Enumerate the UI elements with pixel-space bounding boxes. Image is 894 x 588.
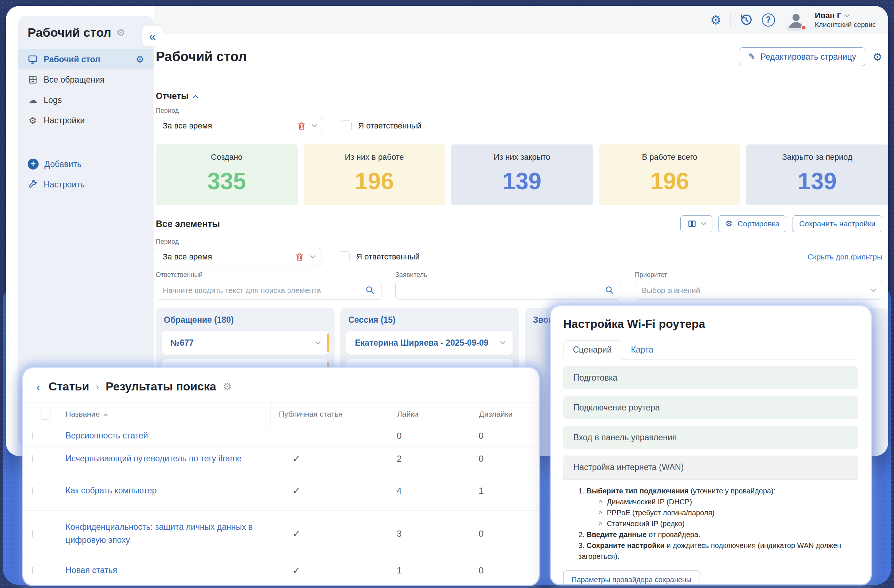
accordion-router-connection[interactable]: Подключение роутера bbox=[563, 396, 858, 419]
sidebar-menu: Рабочий стол ⚙ Все обращения ☁ Logs ⚙ На… bbox=[18, 49, 154, 131]
period-label: Период bbox=[156, 107, 888, 115]
row-checkbox[interactable] bbox=[32, 487, 33, 494]
step-number: 2. bbox=[578, 531, 584, 538]
priority-filter-select[interactable]: Выбор значений bbox=[635, 281, 882, 300]
responsible-checkbox-label: Я ответственный bbox=[358, 121, 421, 131]
user-avatar[interactable] bbox=[786, 10, 806, 30]
tab-map[interactable]: Карта bbox=[621, 341, 663, 359]
add-button[interactable]: + Добавить bbox=[18, 154, 154, 174]
edit-page-button[interactable]: ✎ Редактировать страницу bbox=[739, 47, 865, 66]
wan-step: 1. Выберите тип подключения (уточните у … bbox=[578, 485, 855, 496]
period-select-2[interactable]: За все время bbox=[156, 248, 322, 266]
article-link[interactable]: Как собрать компьютер bbox=[57, 481, 270, 501]
public-check: ✓ bbox=[270, 453, 389, 464]
chevron-down-icon bbox=[316, 339, 321, 344]
column-header-likes[interactable]: Лайки bbox=[389, 403, 471, 426]
wan-step: 3. Сохраните настройки и дождитесь подкл… bbox=[578, 540, 855, 562]
wifi-tabs: Сценарий Карта bbox=[563, 340, 858, 359]
column-header-title[interactable]: Название bbox=[57, 403, 270, 426]
sidebar-item-label: Logs bbox=[44, 95, 62, 105]
kanban-column-title: Сессия (15) bbox=[348, 315, 513, 325]
trash-icon[interactable] bbox=[295, 252, 304, 262]
breadcrumb-current: Результаты поиска bbox=[106, 380, 216, 394]
provider-saved-button[interactable]: Параметры провайдера сохранены bbox=[563, 570, 700, 584]
row-checkbox[interactable] bbox=[32, 432, 33, 439]
accordion-wan-expanded: Настройка интернета (WAN) 1. Выберите ти… bbox=[563, 455, 858, 562]
user-role: Клиентский сервис bbox=[815, 21, 876, 29]
accordion-wan-header[interactable]: Настройка интернета (WAN) bbox=[563, 455, 858, 479]
period-select[interactable]: За все время bbox=[156, 117, 323, 135]
stat-value: 335 bbox=[207, 168, 246, 194]
responsible-checkbox[interactable] bbox=[341, 121, 352, 131]
sidebar-item-desktop[interactable]: Рабочий стол ⚙ bbox=[18, 49, 154, 69]
articles-gear-icon[interactable]: ⚙ bbox=[223, 381, 232, 393]
kanban-card[interactable]: №677 bbox=[162, 331, 329, 355]
stats-row: Создано 335 Из них в работе 196 Из них з… bbox=[156, 145, 888, 205]
period-value-2: За все время bbox=[163, 252, 212, 262]
priority-filter: Приоритет Выбор значений bbox=[635, 271, 882, 300]
wifi-article-title: Настройка Wi-Fi роутера bbox=[563, 317, 858, 331]
sidebar-title-gear-icon[interactable]: ⚙ bbox=[116, 27, 125, 39]
trash-icon[interactable] bbox=[297, 121, 306, 131]
chevron-down-icon bbox=[310, 253, 315, 258]
breadcrumb-separator-icon: › bbox=[96, 381, 99, 393]
stat-card-in-progress: Из них в работе 196 bbox=[304, 145, 445, 205]
chevron-up-icon bbox=[193, 95, 198, 100]
sidebar-item-logs[interactable]: ☁ Logs bbox=[18, 90, 154, 110]
responsible-filter: Ответственный bbox=[156, 271, 382, 300]
select-all-checkbox[interactable] bbox=[40, 409, 51, 419]
article-link[interactable]: Конфиденциальность: защита личных данных… bbox=[57, 517, 270, 550]
article-link[interactable]: Новая статья bbox=[57, 560, 270, 581]
configure-label: Настроить bbox=[44, 180, 85, 190]
settings-gear-icon[interactable]: ⚙ bbox=[710, 14, 721, 26]
history-icon[interactable] bbox=[739, 13, 753, 27]
kanban-card-label: Екатерина Ширяева - 2025-09-09 bbox=[355, 338, 488, 348]
row-checkbox[interactable] bbox=[32, 530, 33, 537]
dislikes-value: 0 bbox=[471, 454, 539, 464]
responsible-checkbox-2[interactable] bbox=[339, 252, 350, 262]
help-icon[interactable]: ? bbox=[762, 14, 775, 27]
row-checkbox[interactable] bbox=[32, 455, 33, 462]
user-block[interactable]: Иван Г Клиентский сервис bbox=[815, 11, 876, 29]
save-settings-button[interactable]: Сохранить настройки bbox=[792, 216, 882, 232]
chevron-down-icon bbox=[500, 339, 505, 344]
view-mode-button[interactable] bbox=[680, 216, 712, 232]
article-link[interactable]: Версионность статей bbox=[57, 426, 270, 446]
table-row: Новая статья ✓ 1 0 bbox=[23, 557, 539, 584]
page-gear-icon[interactable]: ⚙ bbox=[873, 51, 882, 63]
back-chevron-icon[interactable]: ‹ bbox=[36, 381, 41, 393]
column-header-dislikes[interactable]: Дизлайки bbox=[471, 403, 539, 426]
configure-button[interactable]: Настроить bbox=[18, 174, 154, 194]
sidebar-item-all-tickets[interactable]: Все обращения bbox=[18, 69, 154, 90]
search-icon[interactable] bbox=[365, 285, 375, 295]
accordion-preparation[interactable]: Подготовка bbox=[563, 366, 858, 389]
column-header-public[interactable]: Публичная статья bbox=[270, 403, 389, 426]
sidebar-item-label: Настройки bbox=[44, 116, 85, 125]
responsible-filter-input[interactable] bbox=[156, 281, 382, 300]
article-link[interactable]: Исчерпывающий путеводитель по тегу ifram… bbox=[57, 449, 270, 469]
accordion-panel-login[interactable]: Вход в панель управления bbox=[563, 426, 858, 449]
online-status-dot bbox=[801, 25, 806, 30]
kanban-card[interactable]: Екатерина Ширяева - 2025-09-09 bbox=[346, 331, 513, 355]
applicant-filter-input[interactable] bbox=[395, 281, 621, 300]
sort-asc-icon bbox=[103, 414, 107, 418]
topbar: ⚙ ? Иван Г Клиентский сервис bbox=[154, 6, 888, 34]
sort-button[interactable]: ⚙ Сортировка bbox=[718, 216, 786, 232]
stat-value: 139 bbox=[503, 168, 542, 194]
gear-icon: ⚙ bbox=[28, 115, 38, 126]
sidebar-item-settings[interactable]: ⚙ Настройки bbox=[18, 110, 154, 131]
monitor-icon bbox=[28, 54, 38, 65]
sidebar-item-gear-icon[interactable]: ⚙ bbox=[136, 54, 144, 65]
breadcrumb-root[interactable]: Статьи bbox=[48, 380, 89, 394]
plus-circle-icon: + bbox=[28, 159, 39, 170]
row-checkbox[interactable] bbox=[32, 567, 33, 574]
public-check: ✓ bbox=[270, 485, 389, 497]
applicant-filter-label: Заявитель bbox=[395, 271, 621, 279]
step-number: 3. bbox=[578, 541, 584, 549]
tab-scenario[interactable]: Сценарий bbox=[563, 340, 621, 359]
save-settings-label: Сохранить настройки bbox=[799, 219, 876, 228]
hide-filters-link[interactable]: Скрыть доп.фильтры bbox=[807, 253, 882, 261]
search-icon[interactable] bbox=[605, 285, 615, 295]
sub-label: PPPoE (требует логина/пароля) bbox=[607, 507, 714, 518]
reports-section-toggle[interactable]: Отчеты bbox=[156, 91, 888, 101]
